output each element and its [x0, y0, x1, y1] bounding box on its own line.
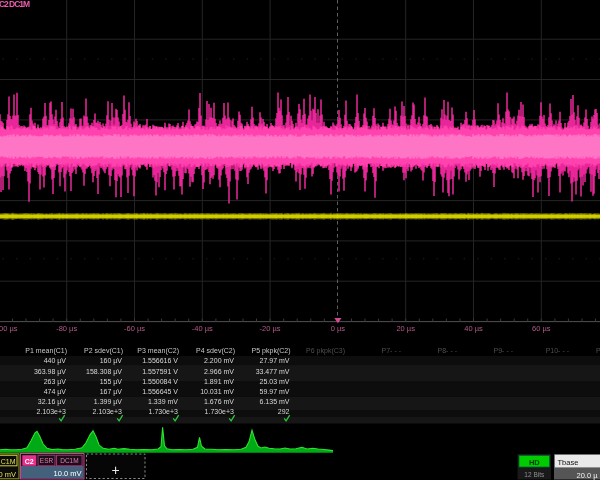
svg-text:P10- - -: P10- - -	[546, 347, 570, 354]
svg-text:32.16 µV: 32.16 µV	[38, 398, 66, 406]
svg-text:1.730e+3: 1.730e+3	[149, 408, 178, 415]
svg-text:P3 mean(C2): P3 mean(C2)	[137, 347, 179, 355]
svg-text:+: +	[111, 462, 119, 478]
svg-text:P2 sdev(C1): P2 sdev(C1)	[84, 347, 123, 355]
svg-text:6.135 mV: 6.135 mV	[260, 398, 290, 405]
svg-text:C2 DC1M: C2 DC1M	[0, 0, 30, 9]
svg-text:33.477 mV: 33.477 mV	[256, 368, 290, 375]
svg-text:158.308 µV: 158.308 µV	[86, 368, 122, 376]
svg-text:263 µV: 263 µV	[44, 378, 67, 386]
svg-text:ESR: ESR	[40, 457, 54, 464]
svg-text:59.97 mV: 59.97 mV	[260, 388, 290, 395]
svg-text:C2: C2	[25, 458, 34, 465]
svg-text:20.0 µ: 20.0 µ	[576, 471, 598, 480]
svg-text:-80 µs: -80 µs	[56, 324, 77, 333]
svg-text:0 µs: 0 µs	[331, 324, 346, 333]
svg-text:P6 pkpk(C3): P6 pkpk(C3)	[306, 347, 345, 355]
svg-text:1.556645 V: 1.556645 V	[142, 388, 178, 395]
svg-text:12 Bits: 12 Bits	[524, 471, 545, 478]
svg-text:HD: HD	[529, 458, 540, 467]
svg-text:Tbase: Tbase	[558, 458, 579, 467]
svg-text:P11: P11	[596, 347, 600, 354]
svg-text:0 mV: 0 mV	[0, 470, 16, 479]
svg-text:1.399 µV: 1.399 µV	[94, 398, 122, 406]
svg-text:1.891 mV: 1.891 mV	[204, 378, 234, 385]
svg-text:C1M: C1M	[1, 458, 16, 465]
svg-text:-40 µs: -40 µs	[192, 324, 213, 333]
svg-text:10.031 mV: 10.031 mV	[200, 388, 234, 395]
svg-text:1.556616 V: 1.556616 V	[142, 357, 178, 364]
svg-text:1.676 mV: 1.676 mV	[204, 398, 234, 405]
svg-text:1.550084 V: 1.550084 V	[142, 378, 178, 385]
svg-text:P4 sdev(C2): P4 sdev(C2)	[196, 347, 235, 355]
svg-text:27.97 mV: 27.97 mV	[260, 357, 290, 364]
svg-text:160 µV: 160 µV	[100, 357, 123, 365]
svg-text:-20 µs: -20 µs	[260, 324, 281, 333]
svg-text:2.103e+3: 2.103e+3	[37, 408, 66, 415]
svg-text:474 µV: 474 µV	[44, 388, 67, 396]
svg-text:P1 mean(C1): P1 mean(C1)	[25, 347, 67, 355]
svg-text:1.339 mV: 1.339 mV	[148, 398, 178, 405]
svg-text:167 µV: 167 µV	[100, 388, 123, 396]
svg-text:P9- - -: P9- - -	[494, 347, 514, 354]
svg-text:DC1M: DC1M	[60, 457, 78, 464]
svg-text:-100 µs: -100 µs	[0, 324, 18, 333]
svg-text:40 µs: 40 µs	[464, 324, 483, 333]
svg-text:2.103e+3: 2.103e+3	[93, 408, 122, 415]
svg-text:2.966 mV: 2.966 mV	[204, 368, 234, 375]
svg-text:1.730e+3: 1.730e+3	[205, 408, 234, 415]
svg-text:292: 292	[278, 408, 290, 415]
svg-text:20 µs: 20 µs	[396, 324, 415, 333]
svg-text:2.200 mV: 2.200 mV	[204, 357, 234, 364]
svg-text:363.98 µV: 363.98 µV	[34, 368, 66, 376]
svg-text:10.0 mV: 10.0 mV	[54, 469, 82, 478]
svg-text:1.557591 V: 1.557591 V	[142, 368, 178, 375]
svg-text:P8- - -: P8- - -	[438, 347, 458, 354]
svg-text:440 µV: 440 µV	[44, 357, 67, 365]
svg-text:60 µs: 60 µs	[532, 324, 551, 333]
svg-text:P7- - -: P7- - -	[382, 347, 402, 354]
svg-text:-60 µs: -60 µs	[124, 324, 145, 333]
svg-text:25.03 mV: 25.03 mV	[260, 378, 290, 385]
svg-text:155 µV: 155 µV	[100, 378, 123, 386]
svg-text:P5 pkpk(C2): P5 pkpk(C2)	[252, 347, 291, 355]
